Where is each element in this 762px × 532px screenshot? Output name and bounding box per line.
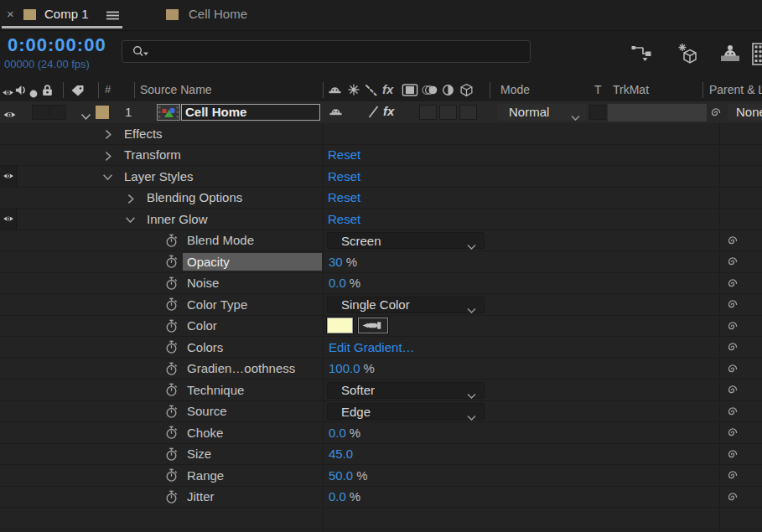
stopwatch-icon[interactable] [164,447,179,465]
solo-icon[interactable] [29,86,38,101]
preserve-transparency-cell[interactable] [589,105,606,120]
property-row[interactable]: Opacity 30% [0,251,762,273]
hide-shy-layers-icon[interactable] [718,43,743,68]
twirl-chevron-icon[interactable] [102,150,113,161]
property-label[interactable]: Size [187,447,211,461]
blend-mode-dropdown[interactable]: Normal [497,104,587,121]
stopwatch-icon[interactable] [164,297,179,315]
property-group-label[interactable]: Transform [124,147,181,162]
frame-blending-icon[interactable] [751,43,762,69]
switch-cell[interactable] [459,105,477,120]
property-value[interactable]: 0.0% [329,426,360,440]
property-dropdown[interactable]: Screen [327,232,485,249]
column-hash[interactable]: # [105,83,111,96]
color-swatch[interactable] [327,318,353,333]
layer-name-field[interactable]: Cell Home [181,104,320,121]
3d-layer-cube-icon[interactable] [459,83,474,101]
parent-dropdown[interactable]: None [728,104,762,121]
twirl-chevron-icon[interactable] [125,214,136,225]
property-label[interactable]: Jitter [187,489,215,504]
property-group-row[interactable]: Transform Reset [0,145,762,167]
pickwhip-icon[interactable] [725,426,739,443]
fx-icon[interactable]: fx [382,82,393,96]
property-value[interactable]: 45.0 [329,447,356,461]
trkmat-dropdown[interactable] [608,104,707,121]
property-value[interactable]: 50.0% [329,468,368,483]
stopwatch-icon[interactable] [164,362,179,380]
property-label[interactable]: Noise [187,276,219,290]
property-value[interactable]: 0.0% [329,489,360,504]
layer-fx-icon[interactable]: fx [383,104,394,118]
property-dropdown[interactable]: Softer [327,382,485,399]
layer-twirl-chevron-icon[interactable] [80,109,91,124]
property-row[interactable]: Blend Mode Screen [0,230,762,252]
layer-eye-icon[interactable] [3,108,17,123]
property-row[interactable]: Choke 0.0% [0,422,762,444]
solo-cell[interactable] [32,105,49,120]
label-tag-icon[interactable] [70,85,85,100]
property-label[interactable]: Technique [187,383,244,397]
property-row[interactable]: Technique Softer [0,380,762,401]
adjustment-layer-icon[interactable] [442,84,454,100]
property-row[interactable]: Color Type Single Color [0,294,762,316]
group-visibility-eye-icon[interactable] [0,209,17,230]
stopwatch-icon[interactable] [164,405,179,422]
property-group-label[interactable]: Inner Glow [147,212,208,226]
property-row[interactable]: Noise 0.0% [0,273,762,295]
property-row[interactable]: Color [0,316,762,338]
quality-dashed-icon[interactable] [365,83,378,101]
search-input[interactable] [122,40,531,63]
twirl-chevron-icon[interactable] [102,171,113,182]
video-eye-icon[interactable] [2,85,14,101]
pickwhip-icon[interactable] [725,255,739,272]
property-row[interactable]: Range 50.0% [0,465,762,487]
pickwhip-icon[interactable] [725,340,739,358]
property-label[interactable]: Blend Mode [187,233,254,247]
shy-icon[interactable] [328,85,342,100]
lock-cell[interactable] [49,105,66,120]
motion-blur-icon[interactable] [422,84,438,100]
property-group-label[interactable]: Layer Styles [124,169,194,183]
pickwhip-icon[interactable] [725,234,739,251]
audio-speaker-icon[interactable] [14,84,27,100]
pickwhip-icon[interactable] [725,490,739,508]
property-row[interactable]: Colors Edit Gradient… [0,337,762,359]
property-group-row[interactable]: Layer Styles Reset [0,166,762,188]
group-visibility-eye-icon[interactable] [0,166,17,187]
stopwatch-icon[interactable] [164,340,179,358]
layer-shy-icon[interactable] [329,106,343,121]
reset-link[interactable]: Reset [328,147,360,162]
switch-cell[interactable] [439,105,457,120]
parent-pickwhip-icon[interactable] [708,106,723,123]
property-label[interactable]: Opacity [187,255,230,269]
property-group-row[interactable]: Blending Options Reset [0,188,762,209]
property-label[interactable]: Choke [187,426,223,440]
column-trkmat[interactable]: TrkMat [613,83,649,96]
property-label[interactable]: Color Type [187,297,247,312]
property-group-label[interactable]: Blending Options [147,190,242,204]
property-group-row[interactable]: Effects [0,123,762,145]
stopwatch-icon[interactable] [164,255,179,272]
reset-link[interactable]: Reset [328,169,360,183]
panel-menu-icon[interactable] [106,9,120,24]
layer-label-color[interactable] [96,106,109,119]
switch-cell[interactable] [419,105,437,120]
property-dropdown[interactable]: Single Color [327,297,485,313]
property-label[interactable]: Colors [187,340,223,354]
stopwatch-icon[interactable] [164,468,179,486]
property-row[interactable]: Source Edge [0,401,762,423]
property-value[interactable]: 30% [329,255,357,269]
lock-icon[interactable] [41,84,54,100]
tab-comp-1[interactable]: × Comp 1 [0,0,126,30]
pickwhip-icon[interactable] [725,447,739,465]
property-label[interactable]: Color [187,318,217,333]
twirl-chevron-icon[interactable] [102,128,113,139]
pickwhip-icon[interactable] [725,276,739,294]
stopwatch-icon[interactable] [164,383,179,400]
stopwatch-icon[interactable] [164,276,179,294]
stopwatch-icon[interactable] [164,426,179,443]
column-parent-link[interactable]: Parent & L [709,83,762,96]
property-value[interactable]: 100.0% [329,361,375,375]
layer-quality-icon[interactable] [367,105,380,122]
collapse-transformations-icon[interactable] [347,83,360,100]
